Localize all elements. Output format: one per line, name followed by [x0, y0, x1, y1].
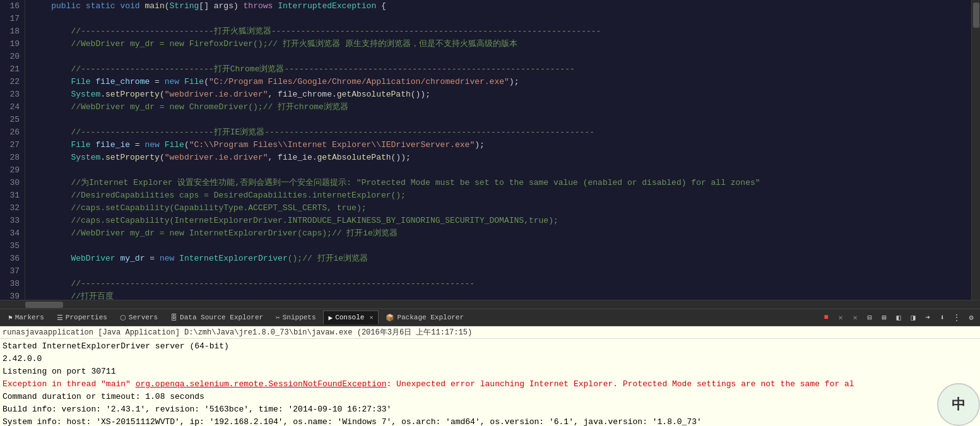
code-token: File — [71, 140, 90, 150]
tab-close-console[interactable]: ✕ — [369, 314, 373, 321]
code-token: InterruptedException — [278, 1, 376, 11]
tab-label-servers: Servers — [129, 314, 158, 321]
code-token: getAbsolutePath — [337, 90, 411, 99]
line-number: 27 — [5, 139, 20, 151]
vertical-scrollbar[interactable] — [971, 0, 980, 300]
split-icon[interactable]: ◧ — [892, 311, 905, 324]
code-line: //---------------------------打开IE浏览器----… — [32, 126, 971, 139]
code-line — [32, 265, 971, 278]
horizontal-scrollbar[interactable] — [0, 300, 980, 309]
code-token — [32, 1, 51, 11]
minimize-icon[interactable]: ⊟ — [863, 311, 876, 324]
code-token: ); — [475, 140, 485, 150]
stop-icon[interactable]: ■ — [820, 311, 832, 324]
settings-icon[interactable]: ⚙ — [965, 311, 977, 324]
code-line: //打开百度 — [32, 290, 971, 300]
line-number: 37 — [5, 265, 20, 278]
code-line: //DesiredCapabilities caps = DesiredCapa… — [32, 189, 971, 202]
code-token: ()); — [411, 90, 430, 99]
pin-icon[interactable]: ➜ — [921, 311, 934, 324]
code-token: File — [71, 77, 90, 86]
tab-servers[interactable]: ⬡Servers — [114, 311, 163, 324]
code-token: . — [100, 153, 105, 162]
line-number: 17 — [5, 13, 20, 25]
line-number: 24 — [5, 101, 20, 114]
console-line: Started InternetExplorerDriver server (6… — [3, 340, 977, 353]
code-token: file_ie — [95, 140, 130, 150]
close-console-icon[interactable]: ✕ — [834, 311, 847, 324]
tab-markers[interactable]: ⚑Markers — [3, 311, 50, 324]
code-line: WebDriver my_dr = new InternetExplorerDr… — [32, 252, 971, 265]
close-all-icon[interactable]: ✕ — [849, 311, 861, 324]
tab-label-data-source: Data Source Explorer — [180, 314, 263, 321]
line-number: 29 — [5, 164, 20, 177]
console-info-line: runasjavaapplication [Java Application] … — [0, 326, 980, 339]
code-token — [179, 77, 184, 86]
code-token: new — [160, 254, 174, 263]
bottom-tabs-bar: ⚑Markers☰Properties⬡Servers🗄Data Source … — [0, 309, 980, 326]
h-scrollbar-thumb[interactable] — [25, 302, 63, 308]
code-token: File — [165, 140, 184, 150]
new-view-icon[interactable]: ⊞ — [878, 311, 890, 324]
tab-label-markers: Markers — [15, 314, 44, 321]
code-token: "C:/Program Files/Google/Chrome/Applicat… — [209, 77, 509, 86]
code-token: //DesiredCapabilities caps = DesiredCapa… — [32, 191, 406, 200]
console-output[interactable]: Started InternetExplorerDriver server (6… — [0, 339, 980, 426]
code-token: File — [184, 77, 204, 86]
code-line: //---------------------------打开Chrome浏览器… — [32, 63, 971, 76]
tab-label-package-explorer: Package Explorer — [397, 314, 464, 321]
line-number: 33 — [5, 215, 20, 227]
tab-icon-package-explorer: 📦 — [386, 314, 394, 322]
code-token: //---------------------------打开Chrome浏览器… — [32, 64, 575, 74]
code-content[interactable]: public static void main(String[] args) t… — [25, 0, 971, 300]
tab-console[interactable]: ▶Console✕ — [323, 311, 379, 324]
code-token: //caps.setCapability(InternetExplorerDri… — [32, 216, 558, 225]
code-line: //WebDriver my_dr = new ChromeDriver();/… — [32, 101, 971, 114]
tab-package-explorer[interactable]: 📦Package Explorer — [380, 311, 469, 324]
code-token: ( — [160, 90, 165, 99]
code-token: setProperty — [105, 90, 160, 99]
more-icon[interactable]: ⋮ — [950, 311, 963, 324]
code-token: ( — [184, 140, 189, 150]
code-line — [32, 13, 971, 25]
code-line: File file_ie = new File("C:\\Program Fil… — [32, 139, 971, 151]
split-right-icon[interactable]: ◨ — [907, 311, 919, 324]
code-token: = — [130, 140, 145, 150]
code-line: //---------------------------打开火狐浏览器----… — [32, 25, 971, 38]
code-token: = — [145, 254, 159, 263]
code-token: System — [71, 153, 100, 162]
code-token: getAbsolutePath — [317, 153, 391, 162]
code-token: { — [376, 1, 386, 11]
code-line: //为Internet Explorer 设置安全性功能,否则会遇到一个安全问题… — [32, 177, 971, 189]
code-token: ()); — [391, 153, 411, 162]
line-number: 35 — [5, 240, 20, 252]
code-token: ); — [509, 77, 519, 86]
code-line: System.setProperty("webdriver.ie.driver"… — [32, 151, 971, 164]
code-token: setProperty — [105, 153, 160, 162]
code-line — [32, 164, 971, 177]
tab-snippets[interactable]: ✂Snippets — [270, 311, 321, 324]
code-token: //为Internet Explorer 设置安全性功能,否则会遇到一个安全问题… — [32, 178, 760, 187]
code-token: = — [150, 77, 164, 86]
scroll-lock-icon[interactable]: ⬇ — [936, 311, 948, 324]
line-number: 28 — [5, 151, 20, 164]
tab-icon-servers: ⬡ — [120, 314, 126, 322]
tab-properties[interactable]: ☰Properties — [51, 311, 113, 324]
code-line — [32, 114, 971, 126]
tab-icon-snippets: ✂ — [276, 314, 280, 322]
tab-icon-markers: ⚑ — [8, 314, 13, 322]
code-token: InternetExplorerDriver — [179, 254, 288, 263]
code-token: public — [51, 1, 81, 11]
code-token: ( — [165, 1, 170, 11]
tab-data-source[interactable]: 🗄Data Source Explorer — [165, 311, 269, 324]
console-link[interactable]: org.openqa.selenium.remote.SessionNotFou… — [136, 379, 387, 389]
code-token — [32, 153, 71, 162]
tab-icon-properties: ☰ — [57, 314, 63, 322]
scrollbar-thumb[interactable] — [973, 3, 979, 28]
code-token: void — [120, 1, 139, 11]
code-token: ( — [160, 153, 165, 162]
code-token: , file_chrome. — [268, 90, 337, 99]
avatar-widget[interactable]: 中 — [937, 383, 980, 426]
line-number: 36 — [5, 252, 20, 265]
tab-icon-data-source: 🗄 — [170, 314, 177, 322]
